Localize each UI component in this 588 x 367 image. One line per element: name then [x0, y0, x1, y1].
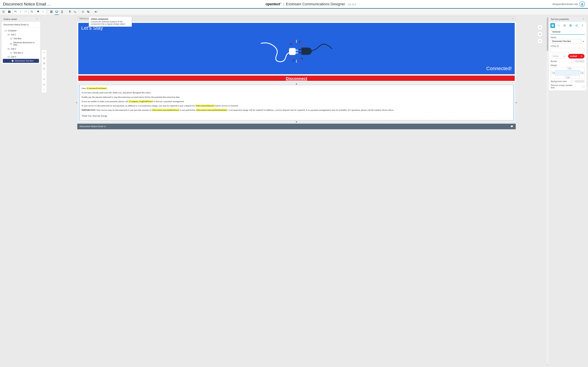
view-print-button[interactable]	[49, 9, 54, 14]
outline-tree: ContainerCell 1AText BoxElectrical disco…	[1, 28, 40, 64]
user-avatar[interactable]	[579, 1, 585, 7]
svg-text:A: A	[12, 60, 13, 61]
tab-spacing[interactable]	[556, 23, 561, 28]
unlock-button[interactable]: Unlock	[551, 54, 567, 58]
insert-image-button[interactable]	[42, 67, 46, 70]
accessibility-icon	[581, 24, 584, 27]
layers-dropdown[interactable]	[41, 9, 46, 14]
unlink-component-button[interactable]	[86, 9, 91, 14]
tab-share[interactable]	[574, 23, 579, 28]
border-checkbox[interactable]	[571, 60, 573, 62]
outline-item-label: Cell 2	[11, 48, 16, 50]
insert-barcode-button[interactable]	[42, 83, 46, 86]
insert-textbox-button[interactable]: A	[42, 56, 46, 60]
tooltip-title: Unlink component	[91, 18, 130, 20]
scroll-down-arrow[interactable]: ▼	[546, 364, 548, 366]
resize-handle-bottom[interactable]	[296, 122, 297, 123]
insert-shape-button[interactable]	[42, 72, 46, 76]
resize-handle-left[interactable]	[76, 102, 77, 103]
margin-left-input[interactable]: 7px	[551, 71, 556, 74]
insert-toolbar: A V	[42, 50, 47, 93]
email-canvas[interactable]: Let's Stay	[77, 22, 516, 82]
margin-right-input[interactable]: 7px	[579, 71, 585, 74]
undo-dropdown[interactable]	[18, 9, 23, 14]
image-icon	[43, 67, 45, 70]
margin-top-input[interactable]: 7px	[566, 67, 572, 69]
app-name: Exstream Communications Designer	[286, 2, 345, 6]
delivery-properties-bar[interactable]: Delivery prope Unlink component Convert …	[77, 16, 516, 21]
menu-button[interactable]	[1, 9, 6, 14]
svg-point-69	[577, 25, 578, 25]
svg-text:A: A	[11, 38, 12, 39]
bgcolor-swatch[interactable]	[575, 80, 585, 83]
margin-bottom-input[interactable]: 7px	[565, 76, 571, 79]
svg-point-58	[558, 25, 558, 26]
remove-empty-checkbox[interactable]	[582, 85, 585, 88]
outline-item[interactable]: AText Box 2	[1, 51, 40, 55]
email-body-text[interactable]: Dear {CustomerFirstName}, If you have al…	[82, 87, 511, 117]
paragraph-marks-button[interactable]	[67, 9, 72, 14]
chevron-up-icon	[36, 18, 38, 20]
outline-item[interactable]: Cell 3	[1, 55, 40, 59]
cell-icon	[8, 48, 10, 50]
tab-position[interactable]	[568, 23, 573, 28]
undo-button[interactable]	[13, 9, 18, 14]
outline-item[interactable]: Electrical disconnect in Elec...	[1, 41, 40, 47]
htmlid-input[interactable]	[551, 48, 585, 52]
outline-item[interactable]: ADisconnect Text Box	[3, 59, 39, 63]
resize-handle-right[interactable]	[516, 102, 517, 103]
target-icon	[563, 24, 566, 27]
comment-icon[interactable]	[510, 125, 513, 128]
shape-icon	[43, 73, 45, 75]
border-slider[interactable]	[575, 60, 585, 62]
tab-accessibility[interactable]	[580, 23, 585, 28]
svg-text:A: A	[44, 58, 45, 59]
outline-item[interactable]: Cell 1	[1, 33, 40, 37]
margin-editor: 7px 7px 7px 7px	[551, 67, 585, 79]
outline-item[interactable]: Container	[1, 29, 40, 33]
canvas-footer-bar[interactable]: Disconnect Notice Email v1	[77, 124, 516, 129]
redo-button[interactable]	[23, 9, 28, 14]
insert-component-button[interactable]	[42, 77, 46, 81]
back-button[interactable]	[537, 38, 543, 44]
insert-paragraph-button[interactable]	[42, 51, 46, 55]
tab-target[interactable]	[562, 23, 567, 28]
toggle-preview-button[interactable]	[93, 9, 99, 14]
caret-down-icon	[42, 10, 45, 13]
unlock-icon	[563, 55, 565, 57]
component-link-button[interactable]	[80, 9, 85, 14]
variable-icon: V	[74, 10, 77, 13]
svg-point-56	[558, 25, 559, 25]
outline-doc-name[interactable]: Disconnect Notice Email v1	[1, 22, 40, 28]
bgcolor-checkbox[interactable]	[571, 80, 573, 83]
name-label: Name	[551, 36, 585, 39]
outline-collapse-button[interactable]	[36, 18, 38, 21]
name-input[interactable]	[551, 39, 581, 43]
atom-small-icon	[43, 78, 45, 81]
outline-item[interactable]: Cell 2	[1, 47, 40, 51]
view-mobile-button[interactable]	[59, 9, 65, 14]
user-email: designer@exstream.role	[552, 3, 578, 6]
resize-handle-top[interactable]	[296, 83, 297, 84]
insert-variable-button[interactable]: V	[42, 88, 46, 92]
scroll-thumb[interactable]	[547, 18, 548, 51]
locked-button[interactable]: Locked	[568, 54, 585, 58]
lines-icon	[43, 51, 45, 54]
outline-item-label: Text Box 2	[13, 52, 23, 54]
properties-collapse-button[interactable]	[582, 18, 585, 21]
svg-point-64	[564, 25, 566, 26]
accept-button[interactable]	[537, 25, 543, 30]
undo-icon	[14, 10, 17, 13]
vertical-scrollbar[interactable]: ▲ ▼	[546, 16, 548, 366]
selected-textbox[interactable]: Dear {CustomerFirstName}, If you have al…	[77, 83, 516, 122]
outline-item[interactable]: AText Box	[1, 37, 40, 41]
tab-general[interactable]: A	[550, 23, 555, 28]
save-button[interactable]	[7, 9, 12, 14]
insert-table-button[interactable]	[42, 61, 46, 65]
view-desktop-button[interactable]	[54, 9, 59, 14]
layers-button[interactable]	[36, 9, 41, 14]
variable-overlay-button[interactable]: V	[73, 9, 78, 14]
reject-button[interactable]	[537, 32, 543, 37]
zoom-button[interactable]	[29, 9, 34, 14]
svg-point-36	[43, 78, 45, 80]
